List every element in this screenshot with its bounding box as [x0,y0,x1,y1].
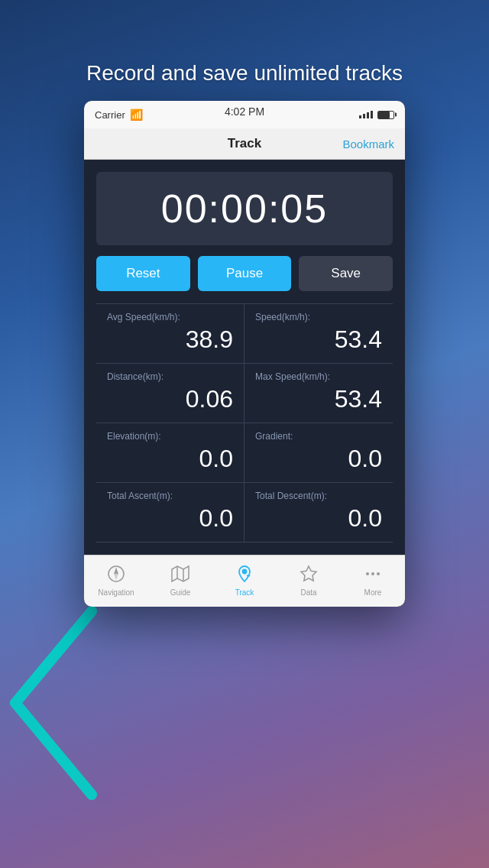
tab-item-data[interactable]: Data [277,565,341,597]
phone-frame: Carrier 📶 4:02 PM Track Bookmark 00:00:0… [84,101,405,607]
control-buttons: Reset Pause Save [96,256,393,291]
tab-icon-more [364,565,382,586]
stat-value: 0.0 [255,504,382,533]
stat-label: Total Descent(m): [255,491,382,501]
stat-label: Max Speed(km/h): [255,371,382,382]
tab-label-more: More [364,588,382,597]
wifi-icon: 📶 [130,108,143,121]
reset-button[interactable]: Reset [96,256,190,291]
stat-value: 53.4 [255,385,382,413]
tab-icon-track [235,565,254,586]
svg-marker-7 [301,566,316,581]
stat-label: Elevation(m): [107,431,233,442]
battery-icon [377,111,394,119]
svg-point-8 [366,572,369,575]
stat-value: 38.9 [107,326,233,354]
stat-label: Avg Speed(km/h): [107,312,233,322]
status-bar: Carrier 📶 4:02 PM [84,101,405,128]
save-button[interactable]: Save [299,256,393,291]
stat-value: 0.0 [255,445,382,473]
stat-label: Distance(km): [107,371,233,382]
tab-item-track[interactable]: Track [212,565,277,597]
signal-bars [359,111,373,118]
stat-cell: Total Ascent(m): 0.0 [96,483,244,542]
signal-bar-3 [367,112,369,118]
tab-label-data: Data [300,588,316,597]
battery-fill [378,112,390,118]
stat-value: 0.06 [107,385,233,413]
tab-icon-navigation [107,565,125,586]
stat-cell: Avg Speed(km/h): 38.9 [96,304,244,364]
tab-icon-guide [171,565,189,586]
tab-bar: Navigation Guide Track Data More [84,555,405,607]
status-time: 4:02 PM [225,105,264,118]
stat-value: 0.0 [107,445,233,473]
headline: Record and save unlimited tracks [56,61,433,86]
nav-action-bookmark[interactable]: Bookmark [342,138,394,151]
tab-item-navigation[interactable]: Navigation [84,565,148,597]
app-content: 00:00:05 Reset Pause Save Avg Speed(km/h… [84,160,405,555]
svg-point-10 [377,572,380,575]
status-left: Carrier 📶 [95,108,143,121]
svg-point-6 [243,569,247,573]
nav-bar: Track Bookmark [84,128,405,160]
stat-label: Gradient: [255,431,382,442]
status-right [359,111,394,119]
stat-cell: Elevation(m): 0.0 [96,423,244,483]
tab-label-guide: Guide [170,588,191,597]
timer-display: 00:00:05 [96,172,393,245]
stat-value: 0.0 [107,504,233,533]
stat-label: Speed(km/h): [255,312,382,322]
signal-bar-2 [363,114,365,118]
svg-point-9 [371,572,374,575]
tab-icon-data [300,565,318,586]
stat-cell: Distance(km): 0.06 [96,364,244,423]
tab-label-track: Track [235,588,254,597]
carrier-label: Carrier [95,109,125,121]
stat-cell: Gradient: 0.0 [244,423,393,483]
stat-cell: Total Descent(m): 0.0 [244,483,393,542]
pause-button[interactable]: Pause [198,256,292,291]
tab-label-navigation: Navigation [98,588,134,597]
tab-item-more[interactable]: More [341,565,405,597]
nav-title: Track [228,136,261,151]
stat-value: 53.4 [255,326,382,354]
tab-item-guide[interactable]: Guide [148,565,212,597]
svg-marker-3 [172,566,189,581]
stat-cell: Speed(km/h): 53.4 [244,304,393,364]
stat-label: Total Ascent(m): [107,491,233,501]
signal-bar-1 [359,115,361,118]
stats-grid: Avg Speed(km/h): 38.9 Speed(km/h): 53.4 … [96,303,393,542]
signal-bar-4 [371,111,373,118]
stat-cell: Max Speed(km/h): 53.4 [244,364,393,423]
timer-value: 00:00:05 [161,186,328,231]
